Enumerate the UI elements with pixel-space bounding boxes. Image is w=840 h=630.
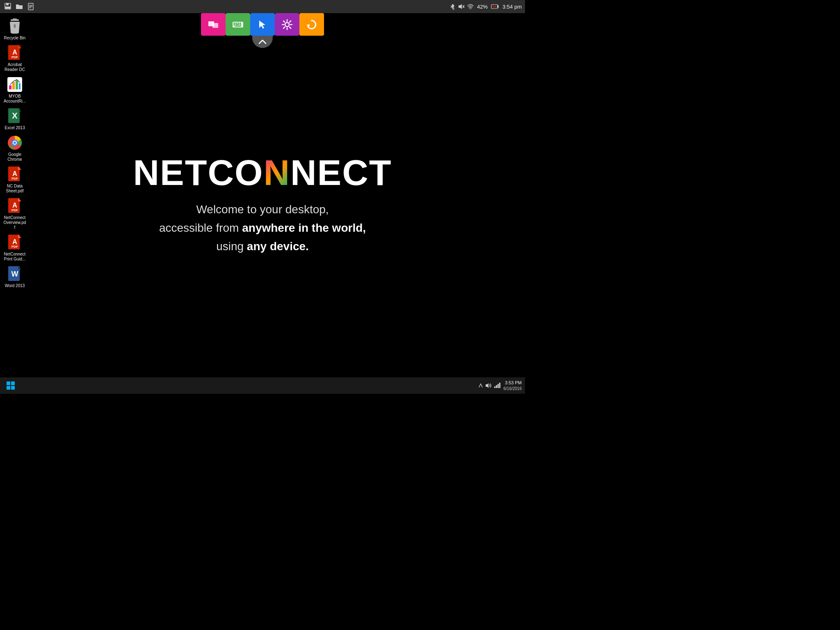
svg-marker-42: [18, 198, 21, 201]
svg-marker-50: [18, 266, 21, 269]
svg-rect-59: [233, 24, 235, 25]
taskbar-bottom-right: 3:53 PM 6/16/2016: [478, 380, 522, 391]
svg-rect-58: [240, 23, 241, 24]
welcome-text: Welcome to your desktop, accessible from…: [119, 201, 406, 256]
nc-data-label: NC Data Sheet.pdf: [3, 184, 26, 194]
desktop-icon-acrobat[interactable]: PDF A Acrobat Reader DC: [2, 43, 27, 74]
svg-text:PDF: PDF: [11, 208, 18, 212]
nc-overview-icon: PDF A: [7, 198, 23, 214]
folder-icon-btn[interactable]: [15, 2, 24, 11]
desktop: Recycle Bin PDF A Acrobat Reader DC: [0, 13, 525, 377]
quick-launch-toolbar: [201, 13, 324, 48]
svg-rect-74: [499, 383, 500, 388]
acrobat-icon: PDF A: [7, 45, 23, 61]
svg-marker-63: [259, 21, 265, 29]
myob-label: MYOB AccountRi...: [3, 94, 26, 104]
desktop-icon-excel[interactable]: X Excel 2013: [2, 106, 27, 132]
desktop-icon-nc-data[interactable]: PDF A NC Data Sheet.pdf: [2, 164, 27, 195]
svg-marker-38: [18, 167, 21, 170]
welcome-line3-bold: any device.: [247, 240, 309, 253]
taskbar-bottom: 3:53 PM 6/16/2016: [0, 377, 525, 394]
desktop-icon-recycle-bin[interactable]: Recycle Bin: [2, 16, 27, 42]
quick-launch-collapse[interactable]: [250, 36, 275, 48]
nc-data-icon: PDF A: [7, 166, 23, 183]
taskbar-bottom-left: [3, 378, 18, 393]
svg-rect-57: [237, 23, 239, 24]
screen-button[interactable]: [201, 13, 226, 36]
svg-rect-15: [498, 5, 498, 8]
svg-text:A: A: [12, 202, 17, 209]
svg-text:A: A: [12, 170, 17, 177]
taskbar-top-left: [3, 2, 35, 11]
desktop-icon-chrome[interactable]: Google Chrome: [2, 133, 27, 164]
svg-rect-53: [212, 23, 218, 28]
welcome-line3: using any device.: [119, 237, 406, 256]
recycle-bin-icon: [7, 18, 23, 34]
svg-rect-56: [235, 23, 237, 24]
svg-rect-72: [496, 385, 497, 388]
svg-rect-55: [233, 23, 235, 24]
clock-bottom: 3:53 PM 6/16/2016: [504, 380, 522, 391]
expand-tray-icon[interactable]: [478, 382, 483, 389]
system-tray: 42% 3:54 pm: [449, 3, 522, 10]
tray-icons: [449, 3, 474, 10]
svg-marker-65: [307, 25, 310, 27]
svg-marker-70: [486, 383, 488, 388]
svg-point-36: [14, 142, 16, 144]
nc-overview-label: NetConnect Overview.pdf: [3, 215, 26, 230]
svg-rect-67: [11, 381, 15, 385]
svg-rect-66: [7, 381, 10, 385]
svg-rect-29: [19, 83, 21, 89]
nc-print-icon: PDF A: [7, 234, 23, 251]
clock-date-bottom: 6/16/2016: [504, 386, 522, 391]
clock-time-bottom: 3:53 PM: [504, 380, 522, 386]
svg-rect-73: [498, 384, 499, 388]
nc-print-label: NetConnect Print Guid...: [3, 252, 26, 262]
myob-icon: [7, 76, 23, 93]
svg-rect-1: [6, 3, 9, 5]
svg-point-64: [285, 23, 289, 27]
welcome-line1: Welcome to your desktop,: [119, 201, 406, 219]
save-icon-btn[interactable]: [3, 2, 12, 11]
main-content: NETCONNECT Welcome to your desktop, acce…: [119, 155, 406, 256]
svg-rect-61: [240, 24, 241, 25]
keyboard-button[interactable]: [226, 13, 250, 36]
svg-text:W: W: [11, 270, 18, 278]
wifi-icon: [467, 3, 474, 10]
svg-marker-10: [459, 4, 462, 9]
desktop-icon-myob[interactable]: MYOB AccountRi...: [2, 75, 27, 105]
logo-colored-n: N: [263, 152, 290, 193]
chrome-icon: [7, 135, 23, 151]
logo-prefix: NETCO: [133, 152, 263, 193]
document-icon-btn[interactable]: [26, 2, 35, 11]
network-bottom-icon[interactable]: [494, 382, 501, 389]
svg-text:X: X: [12, 111, 18, 120]
svg-text:PDF: PDF: [11, 245, 18, 249]
netconnect-logo: NETCONNECT: [119, 155, 406, 191]
welcome-line2: accessible from anywhere in the world,: [119, 219, 406, 237]
welcome-line3-normal: using: [216, 240, 247, 253]
svg-marker-46: [18, 235, 21, 238]
settings-button[interactable]: [275, 13, 299, 36]
svg-text:A: A: [12, 49, 17, 56]
svg-rect-28: [16, 80, 18, 89]
desktop-icon-word[interactable]: W Word 2013: [2, 264, 27, 290]
battery-indicator: 42%: [477, 4, 488, 10]
volume-bottom-icon[interactable]: [485, 382, 492, 389]
welcome-line2-normal: accessible from: [159, 221, 242, 234]
svg-rect-69: [11, 386, 15, 390]
svg-text:PDF: PDF: [11, 177, 18, 180]
recycle-bin-label: Recycle Bin: [4, 36, 26, 41]
desktop-icon-nc-print[interactable]: PDF A NetConnect Print Guid...: [2, 233, 27, 263]
collapse-arrow-circle[interactable]: [252, 36, 273, 48]
refresh-button[interactable]: [299, 13, 324, 36]
svg-rect-60: [235, 24, 239, 25]
excel-label: Excel 2013: [5, 126, 25, 130]
cursor-button[interactable]: [250, 13, 275, 36]
sys-tray-bottom: [478, 382, 501, 389]
svg-rect-26: [9, 85, 11, 89]
start-button[interactable]: [3, 378, 18, 393]
svg-rect-27: [12, 82, 15, 89]
desktop-icon-nc-overview[interactable]: PDF A NetConnect Overview.pdf: [2, 196, 27, 232]
svg-rect-22: [18, 45, 21, 48]
